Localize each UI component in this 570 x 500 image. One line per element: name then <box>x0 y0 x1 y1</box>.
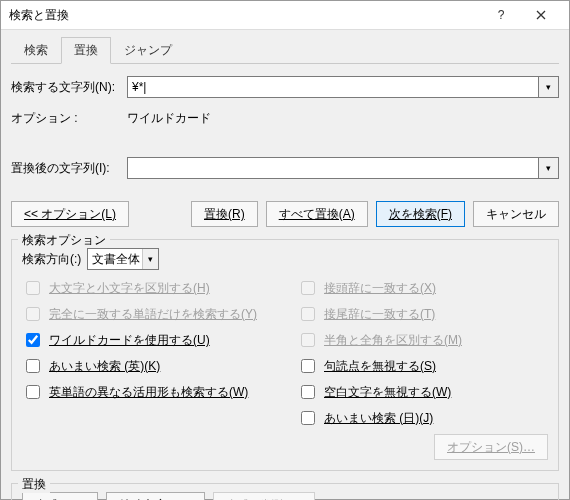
tab-goto[interactable]: ジャンプ <box>111 37 185 64</box>
replace-group: 置換 書式(O)▾ 特殊文字(E)▾ 書式の削除(T) <box>11 483 559 500</box>
find-dropdown[interactable]: ▾ <box>539 76 559 98</box>
options-label: オプション : <box>11 110 121 127</box>
options-value: ワイルドカード <box>127 110 211 127</box>
chevron-down-icon: ▾ <box>546 164 551 173</box>
replace-label: 置換後の文字列(I): <box>11 160 121 177</box>
replace-button[interactable]: 置換(R) <box>191 201 258 227</box>
search-options-legend: 検索オプション <box>18 232 110 249</box>
cb-prefix: 接頭辞に一致する(X) <box>297 278 548 298</box>
format-button[interactable]: 書式(O)▾ <box>22 492 98 500</box>
replace-dropdown[interactable]: ▾ <box>539 157 559 179</box>
cb-match-case: 大文字と小文字を区別する(H) <box>22 278 273 298</box>
close-icon <box>536 10 546 20</box>
cb-suffix: 接尾辞に一致する(T) <box>297 304 548 324</box>
clear-formatting-button: 書式の削除(T) <box>213 492 314 500</box>
help-button[interactable]: ? <box>481 1 521 29</box>
titlebar: 検索と置換 ? <box>1 1 569 30</box>
cb-sounds-like-en[interactable]: あいまい検索 (英)(K) <box>22 356 273 376</box>
find-replace-dialog: 検索と置換 ? 検索 置換 ジャンプ 検索する文字列(N): ▾ オプション :… <box>0 0 570 500</box>
cb-wildcards[interactable]: ワイルドカードを使用する(U) <box>22 330 273 350</box>
cb-width: 半角と全角を区別する(M) <box>297 330 548 350</box>
replace-all-button[interactable]: すべて置換(A) <box>266 201 368 227</box>
dialog-title: 検索と置換 <box>9 7 481 24</box>
cb-sounds-like-jp[interactable]: あいまい検索 (日)(J) <box>297 408 548 428</box>
find-next-button[interactable]: 次を検索(F) <box>376 201 465 227</box>
less-options-button[interactable]: << オプション(L) <box>11 201 129 227</box>
cb-whole-word: 完全に一致する単語だけを検索する(Y) <box>22 304 273 324</box>
jp-options-button: オプション(S)… <box>434 434 548 460</box>
search-options-group: 検索オプション 検索方向(:) 文書全体 ▾ 大文字と小文字を区別する(H) 完… <box>11 239 559 471</box>
chevron-down-icon: ▾ <box>546 83 551 92</box>
replace-input[interactable] <box>127 157 539 179</box>
find-label: 検索する文字列(N): <box>11 79 121 96</box>
direction-select[interactable]: 文書全体 ▾ <box>87 248 159 270</box>
chevron-down-icon: ▾ <box>148 255 153 264</box>
cb-word-forms-en[interactable]: 英単語の異なる活用形も検索する(W) <box>22 382 273 402</box>
tab-strip: 検索 置換 ジャンプ <box>11 36 559 64</box>
cancel-button[interactable]: キャンセル <box>473 201 559 227</box>
replace-legend: 置換 <box>18 476 50 493</box>
cb-ignore-punct[interactable]: 句読点を無視する(S) <box>297 356 548 376</box>
special-button[interactable]: 特殊文字(E)▾ <box>106 492 205 500</box>
close-button[interactable] <box>521 1 561 29</box>
cb-ignore-whitespace[interactable]: 空白文字を無視する(W) <box>297 382 548 402</box>
direction-value: 文書全体 <box>92 251 140 268</box>
find-combo: ▾ <box>127 76 559 98</box>
replace-combo: ▾ <box>127 157 559 179</box>
direction-label: 検索方向(:) <box>22 251 81 268</box>
find-input[interactable] <box>127 76 539 98</box>
tab-replace[interactable]: 置換 <box>61 37 111 64</box>
tab-find[interactable]: 検索 <box>11 37 61 64</box>
